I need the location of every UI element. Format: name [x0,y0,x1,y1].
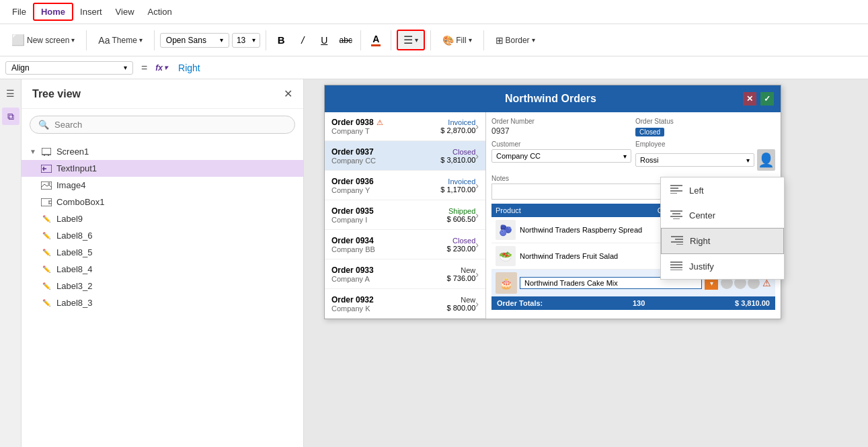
font-size-selector[interactable]: 13 ▾ [232,33,260,48]
nw-order-item-0936[interactable]: Order 0936 Company Y Invoiced $ 1,170.00… [325,171,485,200]
nw-order-item-0938[interactable]: Order 0938 ⚠ Company T Invoiced $ 2,870.… [325,112,485,141]
tree-item-screen1[interactable]: ▼ Screen1 [22,143,303,160]
nw-header-icons: ✕ ✓ [743,92,774,106]
order-chevron-0933: › [475,269,479,280]
order-company-0935: Company I [331,216,447,224]
tree-search-input[interactable] [54,120,286,130]
svg-point-6 [48,182,50,185]
tree-item-textinput1[interactable]: TextInput1 [22,160,303,177]
image-icon [40,181,52,190]
strikethrough-button[interactable]: abc [336,31,355,50]
order-chevron-0937: › [475,151,479,161]
tree-item-image4[interactable]: Image4 [22,177,303,194]
tree-close-button[interactable]: ✕ [284,87,292,100]
menu-view[interactable]: View [109,4,141,19]
screen-icon [40,147,52,157]
tree-item-label-label85: Label8_5 [56,247,93,257]
nw-order-item-0933[interactable]: Order 0933 Company A New $ 736.00 › [325,259,485,289]
menu-home[interactable]: Home [33,3,73,21]
order-amount-0936: $ 1,170.00 [440,186,475,194]
tree-item-label83[interactable]: ✏️ Label8_3 [22,294,303,311]
tree-item-label85[interactable]: ✏️ Label8_5 [22,244,303,261]
formula-bar: Align ▾ = fx ▾ Right [0,56,868,79]
align-option-justify[interactable]: Justify [661,254,784,279]
align-button[interactable]: ☰ ▾ [397,30,425,50]
order-status-amount-0932: New $ 800.00 [447,296,476,312]
employee-value: Rossi [640,156,659,164]
nw-close-icon[interactable]: ✕ [743,92,756,106]
search-icon: 🔍 [38,120,49,130]
new-screen-icon: ⬜ [11,34,25,46]
bold-button[interactable]: B [272,31,290,50]
customer-input[interactable]: Company CC ▾ [491,149,631,163]
theme-button[interactable]: Aa Theme ▾ [92,32,148,49]
svg-rect-7 [41,198,52,206]
nw-order-item-0932[interactable]: Order 0932 Company K New $ 800.00 › [325,289,485,319]
menu-action[interactable]: Action [141,4,179,19]
formula-equals-sign: = [139,62,150,74]
order-number-value: 0937 [491,126,631,136]
menu-file[interactable]: File [5,4,33,19]
order-status-0933: New [447,266,476,274]
canvas-area: Northwind Orders ✕ ✓ Order 0 [304,79,868,447]
order-chevron-0938: › [475,121,479,132]
order-number-label: Order Number [491,118,631,125]
underline-button[interactable]: U [315,31,333,50]
formula-fx-button[interactable]: fx ▾ [155,63,167,73]
combobox-icon [40,198,52,207]
ribbon: ⬜ New screen ▾ Aa Theme ▾ Open Sans ▾ 13… [0,24,868,56]
nw-order-item-0935[interactable]: Order 0935 Company I Shipped $ 606.50 › [325,200,485,230]
product-img-2: 🥗 [496,246,516,266]
formula-name-box[interactable]: Align ▾ [5,61,133,75]
tree-item-label9[interactable]: ✏️ Label9 [22,210,303,227]
new-screen-button[interactable]: ⬜ New screen ▾ [5,30,81,50]
tree-item-label-label83: Label8_3 [56,298,93,308]
hamburger-menu-icon[interactable]: ☰ [2,85,19,102]
chevron-down-icon-2: ▾ [139,36,143,44]
order-status-amount-0938: Invoiced $ 2,870.00 [440,118,475,134]
border-label: Border [506,36,530,45]
tree-panel: Tree view ✕ 🔍 ▼ Screen1 [22,79,304,447]
order-company-0937: Company CC [331,157,440,165]
order-status-amount-0933: New $ 736.00 [447,266,476,282]
font-color-button[interactable]: A [366,31,385,50]
align-right-label: Right [690,236,710,246]
fill-button[interactable]: 🎨 Fill ▾ [436,32,477,49]
tree-item-label84[interactable]: ✏️ Label8_4 [22,261,303,278]
menubar: File Home Insert View Action [0,0,868,24]
italic-button[interactable]: / [293,31,312,50]
align-option-left[interactable]: Left [661,177,784,203]
border-button[interactable]: ⊞ Border ▾ [489,32,541,49]
tree-item-combobox1[interactable]: ComboBox1 [22,194,303,210]
textinput-icon [40,164,52,173]
tree-item-label86[interactable]: ✏️ Label8_6 [22,227,303,244]
label-icon-2: ✏️ [40,231,52,241]
order-company-0938: Company T [331,127,440,135]
align-center-label: Center [689,210,715,220]
product-img-1: 🫐 [496,220,516,240]
order-amount-0937: $ 3,810.00 [440,156,475,164]
order-info-0933: Order 0933 Company A [331,265,447,283]
order-chevron-0932: › [475,298,479,309]
tree-item-label32[interactable]: ✏️ Label3_2 [22,278,303,294]
tree-item-label-label84: Label8_4 [56,264,93,274]
font-family-selector[interactable]: Open Sans ▾ [160,33,229,48]
fill-icon: 🎨 [442,35,454,46]
align-justify-label: Justify [689,261,714,272]
menu-insert[interactable]: Insert [73,4,109,19]
product-label-1: Northwind Traders Raspberry Spread [520,226,642,234]
order-company-0933: Company A [331,275,447,283]
chevron-down-icon-8: ▾ [124,64,127,71]
order-status-badge: Closed [635,128,664,136]
nw-order-item-0937[interactable]: Order 0937 Company CC Closed $ 3,810.00 … [325,141,485,171]
separator-6 [430,30,431,50]
align-option-right[interactable]: Right [661,228,784,254]
employee-input[interactable]: Rossi ▾ [635,153,754,167]
tree-search[interactable]: 🔍 [30,116,295,134]
nw-check-icon[interactable]: ✓ [760,92,774,106]
layers-icon[interactable]: ⧉ [2,108,19,125]
expand-icon[interactable]: ▼ [30,148,36,155]
align-option-center[interactable]: Center [661,203,784,228]
order-num-0932: Order 0932 [331,295,374,304]
nw-order-item-0934[interactable]: Order 0934 Company BB Closed $ 230.00 › [325,230,485,259]
